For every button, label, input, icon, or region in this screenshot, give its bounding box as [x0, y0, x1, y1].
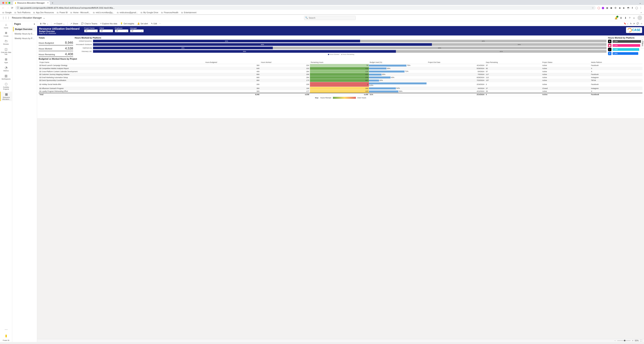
edit-button[interactable]: ✎ Edit	[150, 22, 158, 25]
filters-pane-toggle[interactable]: ‹Filters	[641, 38, 644, 49]
nav-item-onelake-data-hub[interactable]: ◫OneLake data hub	[0, 47, 12, 56]
table-row[interactable]: ⊞ Customer Journey Mapping Initiative800…	[39, 73, 642, 76]
address-bar[interactable]: ⓘ app.powerbi.com/groups/4cc20b99-d275-4…	[15, 6, 596, 10]
nav-item-home[interactable]: ⌂Home	[0, 22, 12, 30]
page-tab[interactable]: Budget Overview	[13, 27, 36, 32]
column-header[interactable]: Media Platform	[590, 61, 642, 64]
slicer-project-name[interactable]: Project NameAll⌄	[84, 27, 98, 32]
table-row[interactable]: ⊞ Event Sponsorship Coordination86017368…	[39, 79, 642, 82]
slicer-employee[interactable]: EmployeeAll⌄	[115, 27, 128, 32]
project-table[interactable]: Project NameHours BudgetedHours WorkedRe…	[39, 61, 642, 96]
refresh-icon[interactable]: ⟳	[633, 23, 635, 25]
bookmark-view-icon[interactable]: 🔖 ⌄	[624, 22, 628, 25]
table-row[interactable]: ⊞ Loyalty Program Rebranding Effort30017…	[39, 90, 642, 93]
feedback-icon[interactable]: ☺	[633, 17, 635, 19]
share-button[interactable]: ↗ Share	[69, 22, 79, 25]
get-insights-button[interactable]: 💡 Get insights	[119, 22, 135, 25]
column-header[interactable]: Project End Date	[427, 61, 485, 64]
page-tab[interactable]: Weekly Hours by Emplo...	[13, 32, 36, 36]
table-row[interactable]: ⊞ Cross-Platform Content Calendar Develo…	[39, 70, 642, 73]
slicer-client[interactable]: ClientAll⌄	[100, 27, 113, 32]
bookmark-item[interactable]: 🗀 App Dev Resources	[33, 11, 54, 14]
table-row[interactable]: ⊞ Email Marketing Automation Setup660284…	[39, 76, 642, 79]
column-header[interactable]: Project Name	[39, 61, 204, 64]
bookmarks-overflow-icon[interactable]: »	[640, 11, 642, 14]
nav-item-portfolio-projects[interactable]: ⬡Portfolio Projects	[0, 82, 12, 91]
set-alert-button[interactable]: 🔔 Set alert	[136, 22, 149, 25]
bookmark-item[interactable]: 🗀 reid.b.mcmillan@g...	[93, 11, 114, 14]
profile-icon[interactable]: ◯	[635, 7, 638, 9]
notifications-icon[interactable]: 🔔	[614, 17, 618, 19]
bookmark-item[interactable]: 🗀 Finances/Health	[161, 11, 178, 14]
explore-data-button[interactable]: ⌗ Explore this data	[99, 22, 118, 25]
slicer-manager[interactable]: ManagerAll⌄	[130, 27, 144, 32]
breadcrumb[interactable]: Resource Allocation Manager ⌄	[12, 17, 45, 19]
zoom-out-button[interactable]: −	[614, 339, 616, 342]
browser-tab[interactable]: ▮ Resource Allocation Manager ×	[13, 1, 50, 5]
bookmark-item[interactable]: 🗀 Tech Platforms	[14, 11, 30, 14]
bookmark-item[interactable]: 🗀 Entertainment	[181, 11, 196, 14]
slicer-dropdown[interactable]: All⌄	[100, 30, 113, 32]
slicer-dropdown[interactable]: All⌄	[115, 30, 128, 32]
table-row[interactable]: ⊞ Brand Launch Campaign Strategy30022476…	[39, 64, 642, 67]
table-row[interactable]: ⊞ Influencer Outreach Program350190160 5…	[39, 87, 642, 90]
reload-button[interactable]: ⟳	[11, 6, 14, 10]
nav-more-button[interactable]: ⋯	[0, 327, 12, 332]
nav-item-apps[interactable]: ⊞Apps	[0, 57, 12, 64]
ext-icon[interactable]: ◼	[610, 7, 612, 9]
fit-to-page-button[interactable]: ⛶	[640, 339, 642, 342]
slicer-dropdown[interactable]: All⌄	[130, 30, 144, 32]
bookmark-item[interactable]: 🗀 Home - Microsoft...	[70, 11, 90, 14]
column-header[interactable]: Hours Budgeted	[204, 61, 260, 64]
close-window-button[interactable]	[2, 2, 4, 4]
comment-icon[interactable]: 💬	[636, 22, 639, 25]
powerbi-logo[interactable]: ▮Power BI	[0, 333, 12, 342]
zoom-in-button[interactable]: +	[632, 339, 633, 342]
column-header[interactable]: Remaining Hours	[310, 61, 369, 64]
page-tab[interactable]: Weekly Hours by Project	[13, 36, 36, 41]
collapse-pages-icon[interactable]: «	[34, 23, 35, 25]
back-button[interactable]: ←	[2, 6, 4, 10]
search-input[interactable]	[304, 16, 356, 20]
chevron-down-icon[interactable]: ⌄	[638, 1, 642, 5]
client-hours-chart[interactable]: Hours Worked by Platform Global Dynamics…	[75, 37, 606, 57]
app-launcher-icon[interactable]: ⋮⋮⋮	[2, 16, 10, 19]
reset-view-icon[interactable]: ↻	[630, 23, 632, 25]
platform-bar-row[interactable]: X1,234	[608, 40, 642, 43]
minimize-window-button[interactable]	[5, 2, 7, 4]
help-icon[interactable]: ?	[629, 17, 630, 19]
column-header[interactable]: Hours Worked	[260, 61, 310, 64]
bookmark-star-icon[interactable]: ☆	[592, 7, 594, 9]
bookmark-item[interactable]: 🗀 Google	[2, 11, 12, 14]
platform-bar-row[interactable]: ♪1,102	[608, 48, 642, 51]
nav-item-resource-allocation-[interactable]: ▦Resource Allocation...	[0, 92, 12, 101]
ext-icon[interactable]: ▶	[622, 7, 625, 9]
zoom-slider[interactable]	[617, 340, 630, 341]
site-info-icon[interactable]: ⓘ	[17, 6, 19, 9]
nav-item-create[interactable]: ⊕Create	[0, 30, 12, 38]
chart-bar-row[interactable]: Innovatech Solutions66%34%	[75, 43, 606, 46]
user-avatar[interactable]	[638, 16, 642, 20]
ext-icon[interactable]: ✿	[614, 7, 617, 9]
chart-bar-row[interactable]: Global Dynamics52%48%	[75, 40, 606, 42]
star-icon[interactable]: ☆	[640, 23, 642, 25]
ext-icon[interactable]: ◯	[597, 7, 600, 9]
platform-hours-chart[interactable]: Hours Worked by Platform X1,234◉1,141♪1,…	[608, 37, 642, 57]
chart-bar-row[interactable]: Visionary Ltd.59%41%	[75, 50, 606, 53]
maximize-window-button[interactable]	[8, 2, 10, 4]
bookmark-item[interactable]: 🗀 reidiculoso@gmail...	[117, 11, 138, 14]
nav-item-browse[interactable]: 🗀Browse	[0, 39, 12, 46]
chart-bar-row[interactable]: OptimaCorp35%65%	[75, 47, 606, 49]
column-header[interactable]: Budget Used (%)	[369, 61, 427, 64]
toolbar-overflow-icon[interactable]: ⋯	[159, 23, 161, 25]
new-tab-button[interactable]: +	[50, 1, 55, 5]
column-header[interactable]: Days Remaining	[485, 61, 542, 64]
table-row[interactable]: ⊞ Competitive Market Analysis Report6402…	[39, 67, 642, 70]
browser-menu-icon[interactable]: ⋮	[640, 7, 642, 9]
ext-icon[interactable]: ▣	[606, 7, 608, 9]
settings-icon[interactable]: ⚙	[620, 17, 622, 19]
download-icon[interactable]: ⬇	[631, 7, 634, 9]
extensions-menu-icon[interactable]: ⬒	[627, 7, 630, 9]
file-menu-button[interactable]: 🗎 File ⌄	[39, 22, 50, 25]
chat-teams-button[interactable]: 💬 Chat in Teams	[80, 22, 98, 25]
